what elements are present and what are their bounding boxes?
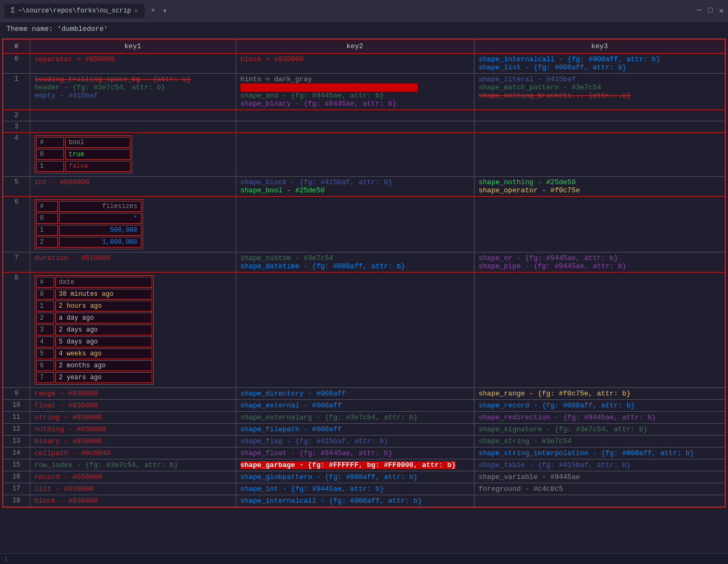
table-row: 2 xyxy=(3,110,725,121)
row-17-key3: foreground - #c4c8c5 xyxy=(474,483,725,495)
row-4-key3 xyxy=(474,133,725,177)
table-row: 3 xyxy=(3,121,725,133)
row-18-key1: block - #030000 xyxy=(30,495,236,508)
row-1-key1: leading_trailing_space_bg - {attr: u} he… xyxy=(30,74,236,110)
row-11-key3: shape_redirection - {fg: #9445ae, attr: … xyxy=(474,412,725,424)
row-4-key2 xyxy=(236,133,474,177)
row-10-key2: shape_external - #008aff xyxy=(236,400,474,412)
row-14-key2: shape_float - {fg: #9445ae, attr: b} xyxy=(236,448,474,459)
row-num: 13 xyxy=(3,436,30,448)
row-7-key1: duration - #610000 xyxy=(30,252,236,273)
row-0-key2: block = #030000 xyxy=(236,54,474,74)
title-bar: Σ ~\source\repos\forks\nu_scrip ✕ + ▾ ─ … xyxy=(0,0,728,22)
table-row: 13 binary - #030000 shape_flag - {fg: #4… xyxy=(3,436,725,448)
row-8-key2 xyxy=(236,273,474,388)
row-num: 8 xyxy=(3,273,30,388)
row-8-key1: #date 038 minutes ago 12 hours ago 2a da… xyxy=(30,273,236,388)
row-4-key1: #bool 0true 1false xyxy=(30,133,236,177)
row-num: 1 xyxy=(3,74,30,110)
row-6-key3 xyxy=(474,197,725,252)
row-17-key2: shape_int - {fg: #9445ae, attr: b} xyxy=(236,483,474,495)
row-0-key3: shape_internalcall - {fg: #008aff, attr:… xyxy=(474,54,725,74)
cursor-indicator: | xyxy=(4,556,8,562)
maximize-button[interactable]: □ xyxy=(708,6,712,15)
row-9-key3: shape_range - {fg: #f0c75e, attr: b} xyxy=(474,388,725,400)
new-tab-button[interactable]: + xyxy=(147,4,160,17)
row-13-key2: shape_flag - {fg: #415baf, attr: b} xyxy=(236,436,474,448)
row-num: 14 xyxy=(3,448,30,459)
row-5-key2: shape_block - {fg: #415baf, attr: b} sha… xyxy=(236,177,474,197)
table-row: 0 separator = #650000 block = #030000 sh… xyxy=(3,54,725,74)
row-9-key2: shape_directory - #008aff xyxy=(236,388,474,400)
table-row: 4 #bool 0true 1false xyxy=(3,133,725,177)
row-15-key3: shape_table - {fg: #415baf, attr: b} xyxy=(474,459,725,471)
close-tab-icon[interactable]: ✕ xyxy=(134,7,138,14)
row-num: 0 xyxy=(3,54,30,74)
row-3-key2 xyxy=(236,121,474,133)
table-row: 18 block - #030000 shape_internalcall - … xyxy=(3,495,725,508)
row-2-key2 xyxy=(236,110,474,121)
table-row: 6 #filesizes 0* 1500,000 21,000,000 xyxy=(3,197,725,252)
close-button[interactable]: ✕ xyxy=(719,6,724,15)
row-12-key2: shape_filepath - #008aff xyxy=(236,424,474,436)
row-num: 7 xyxy=(3,252,30,273)
row-num: 6 xyxy=(3,197,30,252)
row-num: 5 xyxy=(3,177,30,197)
row-num: 18 xyxy=(3,495,30,508)
table-row: 17 list - #030000 shape_int - {fg: #9445… xyxy=(3,483,725,495)
status-bar: | xyxy=(0,553,728,564)
table-row: 14 cellpath - #0c0040 shape_float - {fg:… xyxy=(3,448,725,459)
row-9-key1: range - #030000 xyxy=(30,388,236,400)
row-10-key3: shape_record - {fg: #008aff, attr: b} xyxy=(474,400,725,412)
table-row: 15 row_index - {fg: #3e7c54, attr: b} sh… xyxy=(3,459,725,471)
row-num: 12 xyxy=(3,424,30,436)
row-14-key1: cellpath - #0c0040 xyxy=(30,448,236,459)
row-10-key1: float - #030000 xyxy=(30,400,236,412)
main-content: # key1 key2 key3 0 separator = #650000 b… xyxy=(0,36,728,563)
row-18-key3 xyxy=(474,495,725,508)
row-13-key1: binary - #030000 xyxy=(30,436,236,448)
data-table: # key1 key2 key3 0 separator = #650000 b… xyxy=(2,38,726,508)
row-num: 3 xyxy=(3,121,30,133)
row-5-key1: int - #050000 xyxy=(30,177,236,197)
row-18-key2: shape_internalcall - {fg: #008aff, attr:… xyxy=(236,495,474,508)
theme-line: Theme name: 'dumbledore' xyxy=(0,22,728,36)
col-header-key3: key3 xyxy=(474,39,725,54)
row-13-key3: shape_string - #3e7c54 xyxy=(474,436,725,448)
row-num: 11 xyxy=(3,412,30,424)
row-15-key2: shape_garbage - {fg: #FFFFFF, bg: #FF000… xyxy=(236,459,474,471)
row-0-key1: separator = #650000 xyxy=(30,54,236,74)
inner-filesizes-table: #filesizes 0* 1500,000 21,000,000 xyxy=(35,199,143,249)
inner-date-table: #date 038 minutes ago 12 hours ago 2a da… xyxy=(35,275,154,385)
terminal-icon: Σ xyxy=(11,7,15,15)
row-16-key3: shape_variable - #9445ae xyxy=(474,471,725,483)
inner-bool-table: #bool 0true 1false xyxy=(35,135,132,173)
row-num: 4 xyxy=(3,133,30,177)
row-16-key1: record - #050000 xyxy=(30,471,236,483)
row-12-key1: nothing - #030000 xyxy=(30,424,236,436)
table-row: 16 record - #050000 shape_globpattern - … xyxy=(3,471,725,483)
row-1-key3: shape_literal - #415baf shape_match_patt… xyxy=(474,74,725,110)
row-num: 9 xyxy=(3,388,30,400)
row-2-key1 xyxy=(30,110,236,121)
row-num: 17 xyxy=(3,483,30,495)
row-12-key3: shape_signature - {fg: #3e7c54, attr: b} xyxy=(474,424,725,436)
table-row: 1 leading_trailing_space_bg - {attr: u} … xyxy=(3,74,725,110)
table-row: 10 float - #030000 shape_external - #008… xyxy=(3,400,725,412)
col-header-key1: key1 xyxy=(30,39,236,54)
table-row: 9 range - #030000 shape_directory - #008… xyxy=(3,388,725,400)
table-row: 12 nothing - #030000 shape_filepath - #0… xyxy=(3,424,725,436)
minimize-button[interactable]: ─ xyxy=(697,6,701,15)
row-6-key1: #filesizes 0* 1500,000 21,000,000 xyxy=(30,197,236,252)
row-15-key1: row_index - {fg: #3e7c54, attr: b} xyxy=(30,459,236,471)
row-11-key2: shape_externalarg - {fg: #3e7c54, attr: … xyxy=(236,412,474,424)
tab-dropdown-button[interactable]: ▾ xyxy=(159,4,170,17)
row-11-key1: string - #030000 xyxy=(30,412,236,424)
tab[interactable]: Σ ~\source\repos\forks\nu_scrip ✕ xyxy=(4,4,145,18)
window-controls: ─ □ ✕ xyxy=(697,6,724,15)
row-3-key3 xyxy=(474,121,725,133)
row-16-key2: shape_globpattern - {fg: #008aff, attr: … xyxy=(236,471,474,483)
table-row: 11 string - #030000 shape_externalarg - … xyxy=(3,412,725,424)
table-row: 8 #date 038 minutes ago 12 hours ago 2a … xyxy=(3,273,725,388)
row-5-key3: shape_nothing - #25de50 shape_operator -… xyxy=(474,177,725,197)
